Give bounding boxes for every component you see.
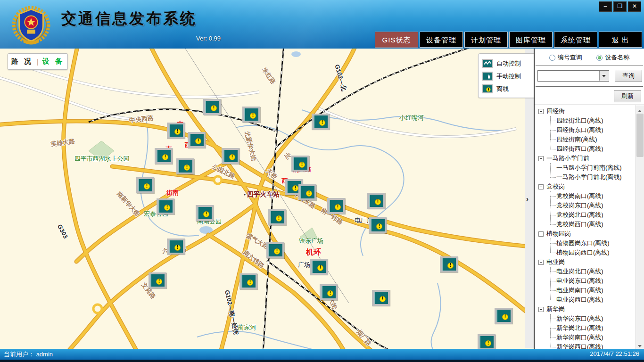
map-area[interactable]: 路 况 | 设 备 自动控制手动控制离线 › 中央西路英雄大路米红路公园北路北新…: [0, 49, 534, 349]
tree-item[interactable]: 党校岗东口(离线): [535, 201, 636, 210]
device-marker[interactable]: [310, 259, 328, 275]
device-marker[interactable]: [176, 158, 194, 174]
tree-item-label: 新华岗南口(离线): [556, 333, 603, 342]
collapse-minus-icon[interactable]: [538, 260, 544, 265]
display-board-icon: [169, 124, 183, 137]
tree-item[interactable]: 四经街南(离线): [535, 135, 636, 144]
tree-item[interactable]: 一马路小学门前南(离线): [535, 163, 636, 173]
tree-item[interactable]: 电业岗东口(离线): [535, 276, 636, 286]
map-label: 铁东广场: [299, 237, 323, 245]
collapse-minus-icon[interactable]: [538, 231, 544, 237]
tree-item-label: 党校岗北口(离线): [556, 211, 603, 219]
device-marker[interactable]: [291, 156, 309, 172]
device-marker[interactable]: [222, 148, 239, 164]
device-combo[interactable]: [537, 70, 609, 82]
tree-group-row[interactable]: 植物园岗: [535, 229, 636, 239]
minimize-button[interactable]: –: [599, 1, 612, 12]
tree-item-label: 四经街北口(离线): [556, 116, 603, 125]
nav-tab-system-management[interactable]: 系统管理: [554, 32, 597, 48]
device-marker[interactable]: [149, 272, 166, 288]
current-user: 当前用户： admin: [4, 350, 53, 359]
device-marker[interactable]: [312, 114, 330, 130]
device-marker[interactable]: [167, 239, 185, 255]
nav-tab-plan-management[interactable]: 计划管理: [464, 32, 508, 48]
maximize-button[interactable]: ❐: [613, 1, 627, 12]
radio-number-query[interactable]: 编号查询: [549, 53, 582, 62]
status-bar: 当前用户： admin 2017/4/7 22:51:26: [0, 349, 644, 360]
tree-item[interactable]: 植物园岗东口(离线): [535, 239, 636, 248]
device-marker[interactable]: [203, 99, 221, 115]
device-marker[interactable]: [440, 256, 458, 272]
tree-item[interactable]: 新华岗东口(离线): [535, 314, 636, 323]
device-marker[interactable]: [136, 177, 154, 193]
nav-tab-gallery-management[interactable]: 图库管理: [509, 32, 553, 48]
tree-item-label: 电业岗北口(离线): [556, 267, 603, 276]
device-marker[interactable]: [495, 308, 512, 324]
scroll-down-icon[interactable]: [636, 341, 644, 349]
device-name-label: 机环: [306, 247, 321, 257]
device-marker[interactable]: [242, 107, 260, 123]
refresh-button[interactable]: 刷新: [614, 90, 641, 102]
nav-tab-device-management[interactable]: 设备管理: [420, 32, 463, 48]
tree-group-row[interactable]: 电业岗: [535, 257, 636, 267]
device-marker[interactable]: [266, 242, 284, 258]
tree-item[interactable]: 电业岗西口(离线): [535, 295, 636, 304]
tree-children: 四经街北口(离线)四经街东口(离线)四经街南(离线)四经街西口(离线): [535, 116, 636, 154]
device-name-label: 街南: [166, 189, 179, 197]
tree-item[interactable]: 新华岗北口(离线): [535, 323, 636, 333]
collapse-minus-icon[interactable]: [538, 307, 544, 312]
tree-group-row[interactable]: 新华岗: [535, 304, 636, 314]
tree-item[interactable]: 电业岗南口(离线): [535, 286, 636, 295]
collapse-minus-icon[interactable]: [538, 109, 544, 114]
tree-item[interactable]: 新华岗西口(离线): [535, 342, 636, 349]
device-marker[interactable]: [155, 148, 173, 164]
chevron-down-icon[interactable]: [599, 71, 608, 81]
tree-item[interactable]: 党校岗北口(离线): [535, 210, 636, 220]
device-toggle[interactable]: 设 备: [42, 57, 64, 66]
tree-group-label: 电业岗: [546, 258, 565, 266]
device-marker[interactable]: [367, 193, 385, 209]
scroll-up-icon[interactable]: [636, 105, 644, 113]
tree-item[interactable]: 电业岗北口(离线): [535, 267, 636, 276]
tree-item[interactable]: 四经街北口(离线): [535, 116, 636, 125]
tree-item[interactable]: 四经街西口(离线): [535, 144, 636, 154]
tree-item[interactable]: 四经街东口(离线): [535, 125, 636, 135]
tree-item[interactable]: 党校岗西口(离线): [535, 220, 636, 229]
tree-item[interactable]: 植物园岗西口(离线): [535, 248, 636, 257]
tree-group-row[interactable]: 一马路小学门前: [535, 154, 636, 163]
device-marker[interactable]: [167, 123, 185, 139]
device-marker[interactable]: [320, 284, 338, 300]
offline-exclamation-icon: [317, 265, 323, 271]
tree-item[interactable]: 一马路小学门前北(离线): [535, 173, 636, 182]
tree-group-row[interactable]: 四经街: [535, 107, 636, 116]
tree-item[interactable]: 党校岗南口(离线): [535, 191, 636, 201]
display-board-icon: [329, 200, 343, 212]
device-marker[interactable]: [188, 132, 206, 148]
device-marker[interactable]: [372, 290, 390, 306]
road-condition-toggle[interactable]: 路 况: [11, 57, 33, 66]
device-marker[interactable]: [196, 205, 214, 221]
device-marker[interactable]: [369, 217, 387, 233]
collapse-minus-icon[interactable]: [538, 184, 544, 189]
device-marker[interactable]: [478, 334, 495, 349]
tree-group-row[interactable]: 党校岗: [535, 182, 636, 191]
tree-scrollbar[interactable]: [636, 105, 644, 349]
query-button[interactable]: 查询: [615, 70, 642, 82]
nav-tab-exit[interactable]: 退 出: [599, 32, 642, 48]
tree-item-label: 新华岗北口(离线): [556, 324, 603, 332]
radio-device-name[interactable]: 设备名称: [596, 53, 629, 62]
scrollbar-thumb[interactable]: [636, 114, 644, 157]
device-marker[interactable]: [157, 198, 174, 214]
device-marker[interactable]: [327, 198, 345, 214]
nav-tab-gis-status[interactable]: GIS状态: [375, 32, 418, 48]
device-marker[interactable]: [268, 209, 286, 225]
device-marker[interactable]: [239, 273, 257, 289]
close-button[interactable]: ✕: [628, 1, 641, 12]
display-board-icon: [138, 179, 152, 191]
collapse-minus-icon[interactable]: [538, 156, 544, 161]
device-combo-input[interactable]: [538, 71, 603, 81]
tree-item[interactable]: 新华岗南口(离线): [535, 333, 636, 342]
offline-exclamation-icon: [276, 215, 282, 222]
device-marker[interactable]: [298, 184, 316, 200]
display-board-icon: [178, 160, 192, 173]
